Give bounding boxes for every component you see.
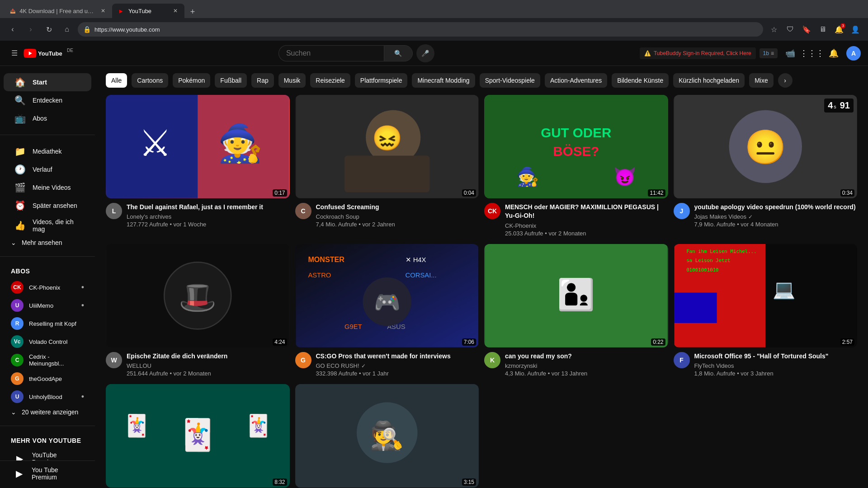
back-button[interactable]: ‹	[5, 22, 20, 37]
tab-youtube[interactable]: ▶ YouTube ✕	[112, 4, 184, 18]
sidebar-channel-cedrix[interactable]: C Cedrix - Meinungsbl...	[0, 351, 95, 370]
chips-next-button[interactable]: ›	[778, 73, 793, 88]
sidebar-item-verlauf[interactable]: 🕐 Verlauf	[4, 160, 91, 178]
create-video-button[interactable]: 📹	[781, 44, 799, 62]
sidebar-label-start: Start	[33, 79, 47, 86]
svg-text:💻: 💻	[772, 278, 795, 300]
youtube-app: ☰ YouTube DE 🔍 🎤 ⚠️ TubeBuddy Sign-in Re…	[0, 41, 868, 488]
warning-icon: ⚠️	[644, 50, 651, 56]
verified-icon-6: ✓	[361, 363, 366, 369]
svg-text:😖: 😖	[372, 124, 402, 153]
sidebar-channel-volado[interactable]: Vc Volado Control	[0, 333, 95, 351]
tab-close-yt[interactable]: ✕	[172, 7, 179, 14]
sidebar-item-liked[interactable]: 👍 Videos, die ich mag	[4, 215, 91, 236]
sidebar-item-abos[interactable]: 📺 Abos	[4, 109, 91, 127]
sidebar-channel-unholyblood[interactable]: U UnholyBlood •	[0, 388, 95, 406]
video-card-2[interactable]: 😖 0:04 C Confused Screaming Cockroach So…	[295, 95, 479, 237]
new-tab-button[interactable]: +	[186, 5, 199, 18]
show-more-channels-button[interactable]: ⌄ 20 weitere anzeigen	[0, 406, 95, 418]
svg-rect-7	[344, 156, 429, 192]
profile-button[interactable]: 👤	[848, 22, 863, 37]
reading-list-button[interactable]: 🔖	[799, 22, 814, 37]
video-time-3: vor 2 Monaten	[548, 230, 586, 237]
youtube-logo[interactable]: ☰ YouTube DE	[7, 46, 73, 61]
video-card-4[interactable]: 😐 4s 91 0:34 J youtube apology video spe…	[674, 95, 858, 237]
notifications-browser-button[interactable]: 🔔 3	[832, 22, 846, 37]
forward-button[interactable]: ›	[24, 22, 38, 37]
chip-reiseziele[interactable]: Reiseziele	[310, 73, 350, 88]
video-avatar-8: F	[674, 352, 690, 368]
video-card-10[interactable]: 🕵 3:15	[295, 384, 479, 488]
video-duration-9: 8:32	[273, 479, 287, 486]
chip-minecraft[interactable]: Minecraft Modding	[412, 73, 475, 88]
explore-icon: 🔍	[14, 95, 25, 106]
browser-chrome: 📥 4K Download | Free and useful ✕ ▶ YouT…	[0, 0, 868, 41]
svg-text:G9ET: G9ET	[344, 323, 362, 330]
screenshot-button[interactable]: 🖥	[816, 22, 830, 37]
tubebuddy-text: TubeBuddy Sign-in Required, Click Here	[654, 50, 751, 56]
chip-kuerzlich[interactable]: Kürzlich hochgeladen	[673, 73, 745, 88]
sidebar-label-verlauf: Verlauf	[33, 166, 52, 173]
nav-actions: ☆ 🛡 🔖 🖥 🔔 3 👤	[767, 22, 863, 37]
chip-alle[interactable]: Alle	[106, 73, 127, 88]
chip-rap[interactable]: Rap	[251, 73, 274, 88]
chip-fussball[interactable]: Fußball	[215, 73, 247, 88]
video-card-7[interactable]: 👨‍👦 0:22 K can you read my son? kzmorzyn…	[484, 244, 668, 377]
bookmark-button[interactable]: ☆	[767, 22, 781, 37]
sidebar-channel-goodape[interactable]: G theGoodApe	[0, 370, 95, 388]
shield-button[interactable]: 🛡	[783, 22, 797, 37]
show-more-button[interactable]: ⌄ Mehr ansehen	[0, 236, 95, 249]
video-card-1[interactable]: ⚔ 🧙 0:17 L The Duel against Rafael, just…	[106, 95, 290, 237]
chip-pokemon[interactable]: Pokémon	[173, 73, 210, 88]
tubebuddy-tools[interactable]: 1b ≡	[760, 48, 778, 58]
chip-plattformspiele[interactable]: Plattformspiele	[355, 73, 408, 88]
user-avatar[interactable]: A	[846, 46, 861, 61]
notifications-button[interactable]: 🔔	[825, 44, 843, 62]
sidebar-section-abos: ABOS CK CK-Phoenix • U UiiiMemo • R Rese…	[0, 260, 95, 422]
locale-badge: DE	[67, 48, 73, 53]
sidebar-channel-ck-phoenix[interactable]: CK CK-Phoenix •	[0, 278, 95, 296]
video-card-3[interactable]: GUT ODER BÖSE? 🧙 😈 11:42 CK MENSCH oder …	[484, 95, 668, 237]
chip-cartoons[interactable]: Cartoons	[132, 73, 168, 88]
menu-button[interactable]: ☰	[7, 46, 22, 61]
video-channel-2: Cockroach Soup	[316, 213, 479, 220]
video-views-4: 7,9 Mio. Aufrufe	[694, 221, 736, 228]
voice-search-button[interactable]: 🎤	[416, 44, 434, 62]
chip-musik[interactable]: Musik	[278, 73, 306, 88]
video-views-3: 25.033 Aufrufe	[505, 230, 543, 237]
sidebar-item-spaeter[interactable]: ⏰ Später ansehen	[4, 197, 91, 215]
video-card-9[interactable]: 🃏 🃏 🃏 8:32	[106, 384, 290, 488]
sidebar-channel-uiiimemo[interactable]: U UiiiMemo •	[0, 296, 95, 314]
svg-text:GUT ODER: GUT ODER	[541, 125, 611, 140]
video-sep-6: •	[359, 370, 363, 377]
library-icon: 📁	[14, 146, 25, 157]
search-input[interactable]	[278, 45, 384, 61]
sidebar-item-mediathek[interactable]: 📁 Mediathek	[4, 142, 91, 160]
refresh-button[interactable]: ↻	[42, 22, 56, 37]
video-card-6[interactable]: MONSTER ✕ H4X ASTRO CORSAI... G9ET ASUS …	[295, 244, 479, 377]
home-button[interactable]: ⌂	[60, 22, 74, 37]
sidebar-item-start[interactable]: 🏠 Start	[4, 73, 91, 91]
sidebar-channel-reselling[interactable]: R Reselling mit Kopf	[0, 314, 95, 333]
svg-text:🃏: 🃏	[245, 413, 272, 438]
address-bar[interactable]: 🔒 https://www.youtube.com	[78, 22, 763, 37]
chip-mixe[interactable]: Mixe	[749, 73, 774, 88]
chip-bildende[interactable]: Bildende Künste	[612, 73, 669, 88]
thumb-visual-10: 🕵	[295, 384, 479, 488]
tab-4kdownload[interactable]: 📥 4K Download | Free and useful ✕	[4, 4, 112, 18]
apps-grid-button[interactable]: ⋮⋮⋮	[803, 44, 821, 62]
video-card-8[interactable]: Fan ihm Leisen Michel... sa Leison Jetzt…	[674, 244, 858, 377]
thumb-svg-2: 😖	[295, 95, 479, 198]
sidebar-item-entdecken[interactable]: 🔍 Entdecken	[4, 91, 91, 109]
bottom-premium-item[interactable]: ▶ You Tube Premium	[4, 463, 91, 484]
tubebuddy-banner[interactable]: ⚠️ TubeBuddy Sign-in Required, Click Her…	[640, 47, 756, 59]
search-button[interactable]: 🔍	[384, 45, 413, 61]
video-card-5[interactable]: 🎩 4:24 W Epische Zitate die dich verände…	[106, 244, 290, 377]
lock-icon: 🔒	[83, 26, 91, 33]
chip-sport[interactable]: Sport-Videospiele	[480, 73, 540, 88]
channel-name-cedrix: Cedrix - Meinungsbl...	[29, 353, 84, 367]
tab-close-4k[interactable]: ✕	[100, 7, 107, 14]
sidebar-item-meine-videos[interactable]: 🎬 Meine Videos	[4, 178, 91, 197]
chip-action[interactable]: Action-Adventures	[545, 73, 607, 88]
thumb-visual-8: Fan ihm Leisen Michel... sa Leison Jetzt…	[674, 244, 858, 347]
